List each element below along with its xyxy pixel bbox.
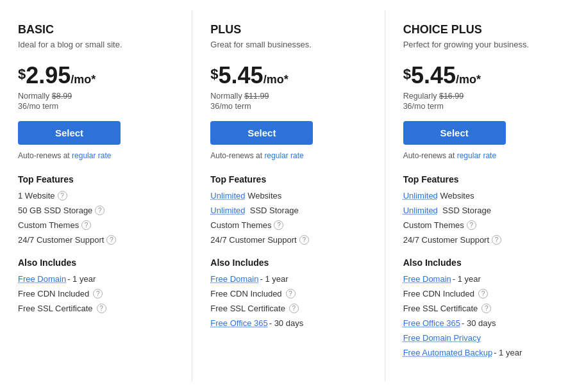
plan-price: $5.45/mo* xyxy=(403,62,559,89)
include-link[interactable]: Free Domain xyxy=(403,274,451,284)
also-includes-title: Also Includes xyxy=(210,257,366,268)
feature-item: Unlimited Websites xyxy=(210,191,366,200)
also-includes-title: Also Includes xyxy=(403,257,559,268)
price-amount: 5.45 xyxy=(411,62,456,88)
select-button[interactable]: Select xyxy=(18,121,121,145)
original-price: $8.99 xyxy=(52,92,72,101)
include-text: Free CDN Included xyxy=(210,289,281,298)
plan-tagline: Ideal for a blog or small site. xyxy=(18,39,174,51)
feature-item: Custom Themes? xyxy=(18,220,174,230)
plan-term: 36/mo term xyxy=(210,102,366,111)
include-link[interactable]: Free Automated Backup xyxy=(403,348,492,357)
include-after: - 1 year xyxy=(453,274,481,284)
feature-text: 24/7 Customer Support xyxy=(210,235,296,245)
price-suffix: /mo* xyxy=(456,73,481,86)
feature-item: 24/7 Customer Support? xyxy=(210,235,366,245)
select-button[interactable]: Select xyxy=(210,121,313,145)
include-item: Free Office 365 - 30 days xyxy=(210,318,366,328)
feature-text: 24/7 Customer Support xyxy=(18,235,104,245)
help-icon[interactable]: ? xyxy=(93,289,103,298)
include-after: - 1 year xyxy=(494,348,522,357)
include-after: - 1 year xyxy=(260,274,288,284)
top-features-title: Top Features xyxy=(403,174,559,184)
include-item: Free Domain - 1 year xyxy=(18,274,174,284)
auto-renew-text: Auto-renews at regular rate xyxy=(18,151,174,160)
feature-text: Custom Themes xyxy=(403,220,464,230)
feature-item: 24/7 Customer Support? xyxy=(403,235,559,245)
include-link[interactable]: Free Office 365 xyxy=(210,318,267,328)
regular-rate-link[interactable]: regular rate xyxy=(72,151,111,160)
include-item: Free SSL Certificate? xyxy=(18,304,174,313)
include-after: - 30 days xyxy=(269,318,303,328)
plan-tagline: Great for small businesses. xyxy=(210,39,366,51)
include-link[interactable]: Free Domain xyxy=(210,274,258,284)
feature-item: Unlimited SSD Storage xyxy=(210,206,366,215)
plan-name: CHOICE PLUS xyxy=(403,23,559,37)
plan-choice-plus: CHOICE PLUSPerfect for growing your busi… xyxy=(385,10,577,382)
feature-item: Unlimited Websites xyxy=(403,191,559,200)
feature-link[interactable]: Unlimited xyxy=(403,191,438,200)
feature-item: Custom Themes? xyxy=(403,220,559,230)
price-suffix: /mo* xyxy=(263,73,288,86)
plan-basic: BASICIdeal for a blog or small site.$2.9… xyxy=(0,10,192,382)
feature-item: 50 GB SSD Storage? xyxy=(18,206,174,215)
plan-normally: Regularly $16.99 xyxy=(403,92,559,101)
also-includes-title: Also Includes xyxy=(18,257,174,268)
plan-normally: Normally $8.99 xyxy=(18,92,174,101)
help-icon[interactable]: ? xyxy=(299,235,309,245)
help-icon[interactable]: ? xyxy=(274,220,283,230)
plan-plus: PLUSGreat for small businesses.$5.45/mo*… xyxy=(192,10,385,382)
include-item: Free Domain - 1 year xyxy=(210,274,366,284)
include-item: Free CDN Included? xyxy=(210,289,366,298)
feature-text: 1 Website xyxy=(18,191,55,200)
help-icon[interactable]: ? xyxy=(467,220,476,230)
help-icon[interactable]: ? xyxy=(492,235,501,245)
include-link[interactable]: Free Office 365 xyxy=(403,318,460,328)
feature-text: 24/7 Customer Support xyxy=(403,235,489,245)
plan-name: BASIC xyxy=(18,23,174,37)
help-icon[interactable]: ? xyxy=(58,191,67,200)
help-icon[interactable]: ? xyxy=(106,235,116,245)
help-icon[interactable]: ? xyxy=(81,220,91,230)
include-text: Free CDN Included xyxy=(18,289,89,298)
include-item: Free Automated Backup - 1 year xyxy=(403,348,559,357)
include-item: Free CDN Included? xyxy=(18,289,174,298)
include-link[interactable]: Free Domain xyxy=(18,274,66,284)
feature-item: Unlimited SSD Storage xyxy=(403,206,559,215)
feature-link[interactable]: Unlimited xyxy=(210,206,245,215)
features-list: Unlimited WebsitesUnlimited SSD StorageC… xyxy=(403,191,559,245)
include-item: Free Domain Privacy xyxy=(403,333,559,343)
include-item: Free Domain - 1 year xyxy=(403,274,559,284)
feature-text: 50 GB SSD Storage xyxy=(18,206,92,215)
include-item: Free Office 365 - 30 days xyxy=(403,318,559,328)
plan-price: $5.45/mo* xyxy=(210,62,366,89)
regular-rate-link[interactable]: regular rate xyxy=(457,151,496,160)
include-link[interactable]: Free Domain Privacy xyxy=(403,333,481,343)
feature-link[interactable]: Unlimited xyxy=(210,191,245,200)
help-icon[interactable]: ? xyxy=(481,304,491,313)
plan-term: 36/mo term xyxy=(403,102,559,111)
help-icon[interactable]: ? xyxy=(95,206,105,215)
include-text: Free SSL Certificate xyxy=(403,304,478,313)
include-after: - 30 days xyxy=(462,318,496,328)
top-features-title: Top Features xyxy=(18,174,174,184)
help-icon[interactable]: ? xyxy=(97,304,106,313)
plan-price: $2.95/mo* xyxy=(18,62,174,89)
help-icon[interactable]: ? xyxy=(478,289,488,298)
feature-item: Custom Themes? xyxy=(210,220,366,230)
include-item: Free SSL Certificate? xyxy=(210,304,366,313)
price-suffix: /mo* xyxy=(71,73,96,86)
include-text: Free SSL Certificate xyxy=(18,304,93,313)
plans-container: BASICIdeal for a blog or small site.$2.9… xyxy=(0,0,577,392)
select-button[interactable]: Select xyxy=(403,121,506,145)
regular-rate-link[interactable]: regular rate xyxy=(264,151,303,160)
features-list: 1 Website?50 GB SSD Storage?Custom Theme… xyxy=(18,191,174,245)
price-dollar: $ xyxy=(210,66,218,83)
help-icon[interactable]: ? xyxy=(289,304,299,313)
plan-tagline: Perfect for growing your business. xyxy=(403,39,559,51)
help-icon[interactable]: ? xyxy=(286,289,296,298)
feature-item: 24/7 Customer Support? xyxy=(18,235,174,245)
feature-link[interactable]: Unlimited xyxy=(403,206,438,215)
include-item: Free SSL Certificate? xyxy=(403,304,559,313)
feature-text: Custom Themes xyxy=(18,220,79,230)
